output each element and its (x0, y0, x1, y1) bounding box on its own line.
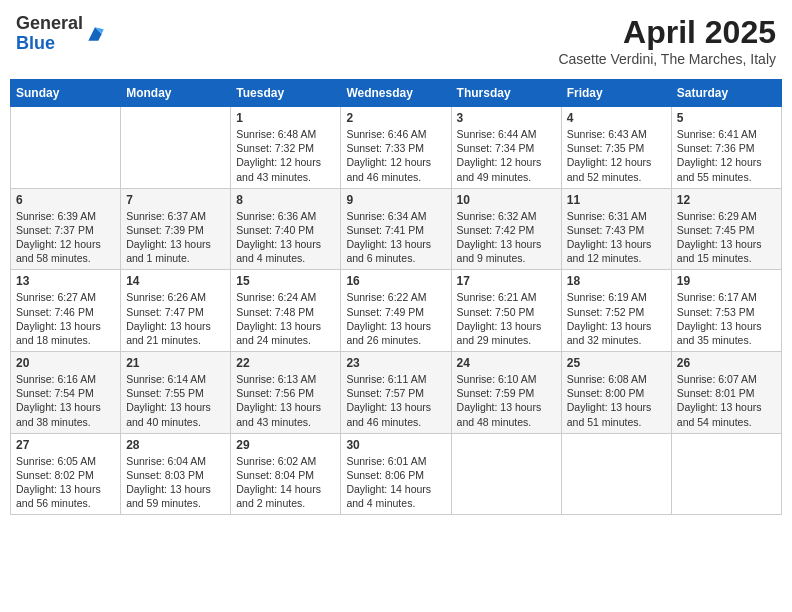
calendar-week-row: 27Sunrise: 6:05 AMSunset: 8:02 PMDayligh… (11, 433, 782, 515)
day-info: Sunrise: 6:27 AMSunset: 7:46 PMDaylight:… (16, 290, 115, 347)
day-info: Sunrise: 6:04 AMSunset: 8:03 PMDaylight:… (126, 454, 225, 511)
calendar-week-row: 1Sunrise: 6:48 AMSunset: 7:32 PMDaylight… (11, 107, 782, 189)
title-block: April 2025 Casette Verdini, The Marches,… (558, 14, 776, 67)
calendar-cell: 14Sunrise: 6:26 AMSunset: 7:47 PMDayligh… (121, 270, 231, 352)
day-info: Sunrise: 6:05 AMSunset: 8:02 PMDaylight:… (16, 454, 115, 511)
day-number: 5 (677, 111, 776, 125)
day-info: Sunrise: 6:39 AMSunset: 7:37 PMDaylight:… (16, 209, 115, 266)
logo-blue-text: Blue (16, 33, 55, 53)
header: General Blue April 2025 Casette Verdini,… (10, 10, 782, 71)
calendar-cell (671, 433, 781, 515)
calendar-cell: 30Sunrise: 6:01 AMSunset: 8:06 PMDayligh… (341, 433, 451, 515)
location-title: Casette Verdini, The Marches, Italy (558, 51, 776, 67)
day-number: 7 (126, 193, 225, 207)
calendar-body: 1Sunrise: 6:48 AMSunset: 7:32 PMDaylight… (11, 107, 782, 515)
day-number: 21 (126, 356, 225, 370)
day-info: Sunrise: 6:34 AMSunset: 7:41 PMDaylight:… (346, 209, 445, 266)
calendar-cell: 26Sunrise: 6:07 AMSunset: 8:01 PMDayligh… (671, 352, 781, 434)
calendar-cell: 8Sunrise: 6:36 AMSunset: 7:40 PMDaylight… (231, 188, 341, 270)
day-info: Sunrise: 6:36 AMSunset: 7:40 PMDaylight:… (236, 209, 335, 266)
calendar-cell (561, 433, 671, 515)
day-info: Sunrise: 6:41 AMSunset: 7:36 PMDaylight:… (677, 127, 776, 184)
calendar-cell: 5Sunrise: 6:41 AMSunset: 7:36 PMDaylight… (671, 107, 781, 189)
calendar-cell: 9Sunrise: 6:34 AMSunset: 7:41 PMDaylight… (341, 188, 451, 270)
day-info: Sunrise: 6:19 AMSunset: 7:52 PMDaylight:… (567, 290, 666, 347)
day-number: 30 (346, 438, 445, 452)
calendar-cell: 2Sunrise: 6:46 AMSunset: 7:33 PMDaylight… (341, 107, 451, 189)
day-info: Sunrise: 6:32 AMSunset: 7:42 PMDaylight:… (457, 209, 556, 266)
calendar-cell (121, 107, 231, 189)
logo-icon (85, 24, 105, 44)
calendar-cell: 28Sunrise: 6:04 AMSunset: 8:03 PMDayligh… (121, 433, 231, 515)
day-info: Sunrise: 6:07 AMSunset: 8:01 PMDaylight:… (677, 372, 776, 429)
day-info: Sunrise: 6:14 AMSunset: 7:55 PMDaylight:… (126, 372, 225, 429)
day-info: Sunrise: 6:13 AMSunset: 7:56 PMDaylight:… (236, 372, 335, 429)
calendar-cell: 23Sunrise: 6:11 AMSunset: 7:57 PMDayligh… (341, 352, 451, 434)
calendar-cell: 10Sunrise: 6:32 AMSunset: 7:42 PMDayligh… (451, 188, 561, 270)
day-info: Sunrise: 6:44 AMSunset: 7:34 PMDaylight:… (457, 127, 556, 184)
calendar-cell (451, 433, 561, 515)
day-number: 18 (567, 274, 666, 288)
weekday-header-row: SundayMondayTuesdayWednesdayThursdayFrid… (11, 80, 782, 107)
calendar-cell: 19Sunrise: 6:17 AMSunset: 7:53 PMDayligh… (671, 270, 781, 352)
calendar-cell: 15Sunrise: 6:24 AMSunset: 7:48 PMDayligh… (231, 270, 341, 352)
calendar-cell (11, 107, 121, 189)
calendar-cell: 25Sunrise: 6:08 AMSunset: 8:00 PMDayligh… (561, 352, 671, 434)
calendar-cell: 3Sunrise: 6:44 AMSunset: 7:34 PMDaylight… (451, 107, 561, 189)
day-info: Sunrise: 6:48 AMSunset: 7:32 PMDaylight:… (236, 127, 335, 184)
calendar-cell: 11Sunrise: 6:31 AMSunset: 7:43 PMDayligh… (561, 188, 671, 270)
day-number: 3 (457, 111, 556, 125)
weekday-header-friday: Friday (561, 80, 671, 107)
day-info: Sunrise: 6:24 AMSunset: 7:48 PMDaylight:… (236, 290, 335, 347)
month-title: April 2025 (558, 14, 776, 51)
weekday-header-tuesday: Tuesday (231, 80, 341, 107)
day-number: 13 (16, 274, 115, 288)
day-number: 17 (457, 274, 556, 288)
day-number: 29 (236, 438, 335, 452)
calendar-week-row: 6Sunrise: 6:39 AMSunset: 7:37 PMDaylight… (11, 188, 782, 270)
weekday-header-sunday: Sunday (11, 80, 121, 107)
calendar-cell: 7Sunrise: 6:37 AMSunset: 7:39 PMDaylight… (121, 188, 231, 270)
day-info: Sunrise: 6:10 AMSunset: 7:59 PMDaylight:… (457, 372, 556, 429)
day-info: Sunrise: 6:01 AMSunset: 8:06 PMDaylight:… (346, 454, 445, 511)
calendar-cell: 18Sunrise: 6:19 AMSunset: 7:52 PMDayligh… (561, 270, 671, 352)
calendar-cell: 27Sunrise: 6:05 AMSunset: 8:02 PMDayligh… (11, 433, 121, 515)
day-info: Sunrise: 6:16 AMSunset: 7:54 PMDaylight:… (16, 372, 115, 429)
day-info: Sunrise: 6:26 AMSunset: 7:47 PMDaylight:… (126, 290, 225, 347)
day-info: Sunrise: 6:11 AMSunset: 7:57 PMDaylight:… (346, 372, 445, 429)
calendar-week-row: 13Sunrise: 6:27 AMSunset: 7:46 PMDayligh… (11, 270, 782, 352)
day-number: 2 (346, 111, 445, 125)
calendar-cell: 13Sunrise: 6:27 AMSunset: 7:46 PMDayligh… (11, 270, 121, 352)
day-number: 10 (457, 193, 556, 207)
calendar-cell: 16Sunrise: 6:22 AMSunset: 7:49 PMDayligh… (341, 270, 451, 352)
calendar-cell: 22Sunrise: 6:13 AMSunset: 7:56 PMDayligh… (231, 352, 341, 434)
day-info: Sunrise: 6:08 AMSunset: 8:00 PMDaylight:… (567, 372, 666, 429)
day-info: Sunrise: 6:22 AMSunset: 7:49 PMDaylight:… (346, 290, 445, 347)
day-number: 27 (16, 438, 115, 452)
day-number: 15 (236, 274, 335, 288)
day-number: 26 (677, 356, 776, 370)
day-info: Sunrise: 6:02 AMSunset: 8:04 PMDaylight:… (236, 454, 335, 511)
day-number: 16 (346, 274, 445, 288)
day-number: 22 (236, 356, 335, 370)
calendar-cell: 6Sunrise: 6:39 AMSunset: 7:37 PMDaylight… (11, 188, 121, 270)
logo-general-text: General (16, 13, 83, 33)
day-number: 14 (126, 274, 225, 288)
calendar-cell: 24Sunrise: 6:10 AMSunset: 7:59 PMDayligh… (451, 352, 561, 434)
day-number: 9 (346, 193, 445, 207)
day-number: 11 (567, 193, 666, 207)
calendar-table: SundayMondayTuesdayWednesdayThursdayFrid… (10, 79, 782, 515)
calendar-cell: 12Sunrise: 6:29 AMSunset: 7:45 PMDayligh… (671, 188, 781, 270)
day-number: 28 (126, 438, 225, 452)
day-info: Sunrise: 6:21 AMSunset: 7:50 PMDaylight:… (457, 290, 556, 347)
calendar-cell: 21Sunrise: 6:14 AMSunset: 7:55 PMDayligh… (121, 352, 231, 434)
day-info: Sunrise: 6:43 AMSunset: 7:35 PMDaylight:… (567, 127, 666, 184)
day-number: 1 (236, 111, 335, 125)
day-info: Sunrise: 6:37 AMSunset: 7:39 PMDaylight:… (126, 209, 225, 266)
weekday-header-monday: Monday (121, 80, 231, 107)
day-number: 8 (236, 193, 335, 207)
weekday-header-wednesday: Wednesday (341, 80, 451, 107)
day-number: 19 (677, 274, 776, 288)
calendar-cell: 20Sunrise: 6:16 AMSunset: 7:54 PMDayligh… (11, 352, 121, 434)
day-info: Sunrise: 6:29 AMSunset: 7:45 PMDaylight:… (677, 209, 776, 266)
